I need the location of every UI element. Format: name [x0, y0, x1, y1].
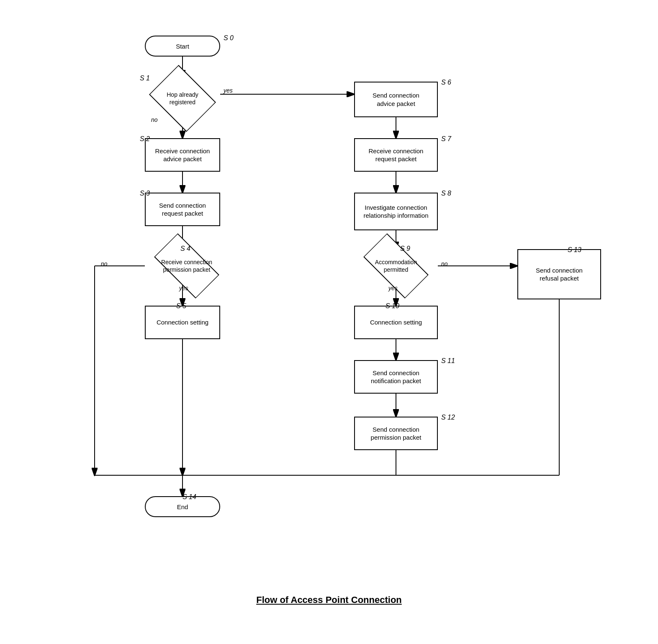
- node-s2: Receive connectionadvice packet: [145, 138, 220, 172]
- label-yes9: yes: [388, 285, 398, 291]
- step-s8: S 8: [441, 190, 451, 197]
- arrows-svg: [36, 17, 622, 582]
- step-s0: S 0: [224, 34, 234, 42]
- step-s4: S 4: [180, 245, 190, 252]
- flowchart-diagram: Start S 0 Hop alreadyregistered S 1 yes …: [36, 17, 622, 582]
- node-s4: Receive connectionpermission packet: [145, 249, 229, 283]
- step-s5: S 5: [176, 302, 186, 310]
- node-s3: Send connectionrequest packet: [145, 193, 220, 226]
- step-s14: S 14: [182, 493, 196, 501]
- step-s6: S 6: [441, 79, 451, 86]
- step-s1: S 1: [140, 75, 150, 82]
- node-s13: Send connectionrefusal packet: [517, 249, 601, 299]
- step-s13: S 13: [568, 246, 581, 254]
- label-no1: no: [151, 116, 158, 123]
- label-yes4: yes: [179, 285, 188, 291]
- step-s10: S 10: [386, 302, 399, 310]
- diagram-title: Flow of Access Point Connection: [256, 595, 402, 605]
- label-no9: no: [441, 260, 448, 267]
- node-s10: Connection setting: [354, 306, 438, 339]
- step-s7: S 7: [441, 135, 451, 143]
- node-s7: Receive connectionrequest packet: [354, 138, 438, 172]
- node-s1: Hop alreadyregistered: [145, 77, 220, 119]
- step-s2: S 2: [140, 135, 150, 143]
- label-no4: no: [101, 260, 108, 267]
- node-s9: Accommodationpermitted: [354, 249, 438, 283]
- node-s5: Connection setting: [145, 306, 220, 339]
- step-s3: S 3: [140, 190, 150, 197]
- node-s6: Send connectionadvice packet: [354, 82, 438, 117]
- node-s11: Send connectionnotification packet: [354, 360, 438, 394]
- node-s12: Send connectionpermission packet: [354, 417, 438, 450]
- node-s0: Start: [145, 36, 220, 57]
- step-s9: S 9: [400, 245, 410, 252]
- step-s12: S 12: [441, 414, 455, 421]
- node-s8: Investigate connectionrelationship infor…: [354, 193, 438, 230]
- step-s11: S 11: [441, 357, 455, 365]
- label-yes1: yes: [224, 87, 233, 94]
